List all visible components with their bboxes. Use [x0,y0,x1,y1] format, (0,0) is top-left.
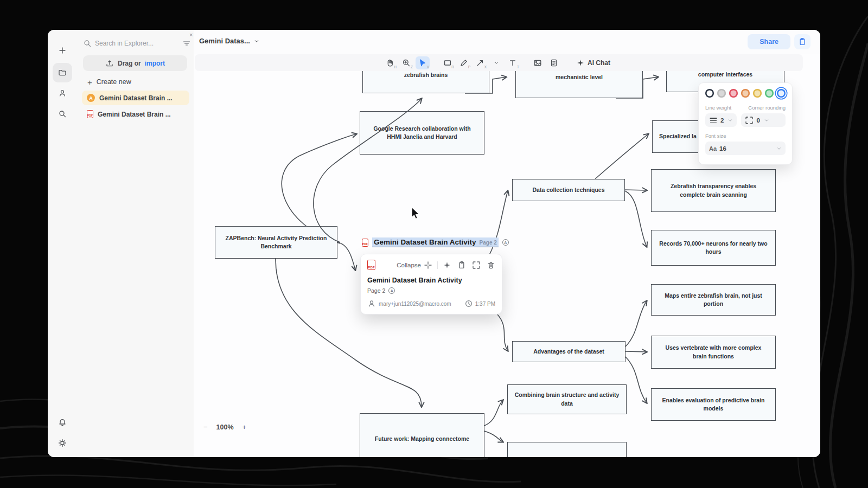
zoom-in-button[interactable]: + [242,423,247,431]
corner-rounding-value: 0 [756,117,760,124]
hand-icon [386,59,394,67]
tool-shortcut: P [468,65,470,69]
rail-account-button[interactable] [53,84,72,103]
tab-title: Gemini Datas... [199,37,250,45]
swatch-blue[interactable] [777,89,786,98]
import-link[interactable]: import [145,60,165,67]
tool-image[interactable] [531,56,545,69]
tool-shortcut: T [517,65,519,69]
document-icon [550,59,558,67]
tool-document[interactable] [547,56,561,69]
plus-icon [58,46,67,55]
text-icon [508,59,517,67]
tool-bar: HZVRPXTAI Chat [195,54,803,71]
tool-shape[interactable]: R [441,56,455,69]
sidebar-item-label: Gemini Dataset Brain ... [98,111,171,118]
image-icon [533,59,542,67]
font-size-label: Font size [705,133,786,139]
search-input[interactable] [95,40,179,47]
color-swatches [705,89,786,98]
swatch-gray[interactable] [717,89,726,98]
chevron-down-icon [764,118,769,123]
share-label: Share [760,38,778,46]
person-icon [367,299,376,308]
sparkle-icon [576,59,585,67]
zoom-level[interactable]: 100% [216,423,234,431]
chevron-down-icon [254,38,259,44]
icon-rail [48,30,78,457]
rail-settings-button[interactable] [53,433,72,453]
swatch-yellow[interactable] [753,89,762,98]
divider [437,261,438,269]
share-button[interactable]: Share [748,34,790,49]
upload-icon [105,59,114,68]
close-icon[interactable]: × [189,31,193,38]
swatch-red[interactable] [729,89,738,98]
explorer-sidebar: Drag or import + Create new AGemini Data… [78,30,194,457]
cursor-icon [418,59,427,67]
drag-or-import-button[interactable]: Drag or import [83,55,187,71]
tool-connector-options[interactable] [489,56,503,69]
expand-button[interactable] [472,261,481,269]
delete-button[interactable] [487,261,495,269]
mouse-cursor [410,206,423,223]
tool-pen[interactable]: P [457,56,471,69]
tool-connector[interactable]: X [473,56,487,69]
collapse-label: Collapse [397,262,421,268]
create-new-label: Create new [97,78,131,86]
zoom-out-button[interactable]: − [203,423,208,431]
corner-rounding-icon [745,116,754,125]
ai-chat-label: AI Chat [588,59,610,67]
copy-button[interactable] [457,261,466,269]
clock-icon [464,299,473,308]
board-tab[interactable]: Gemini Datas... [199,37,259,45]
tool-select[interactable]: V [416,56,430,69]
corner-rounding-select[interactable]: 0 [741,113,786,127]
pdf-icon: PDF [367,260,375,270]
tool-shortcut: H [394,65,397,69]
tool-shortcut: X [484,65,487,69]
tool-pan[interactable]: H [383,56,397,69]
tool-ai-chat[interactable]: AI Chat [572,56,615,69]
pdf-link-title: Gemini Dataset Brain Activity [374,238,476,246]
diagram-canvas[interactable]: zebrafish brainsmechanistic levelcompute… [194,54,820,457]
plus-icon: + [87,78,92,87]
sidebar-item-0[interactable]: AGemini Dataset Brain ... [82,91,189,105]
clipboard-icon [798,37,807,46]
sidebar-item-1[interactable]: PDFGemini Dataset Brain ... [82,107,189,121]
selected-text[interactable]: Gemini Dataset Brain Activity Page 2 [372,237,499,247]
timestamp: 1:37 PM [475,301,495,307]
tool-zoom[interactable]: Z [399,56,413,69]
a-badge-icon: A [87,94,95,102]
app-window: Drag or import + Create new AGemini Data… [48,30,820,457]
corner-rounding-label: Corner rounding [748,105,786,111]
font-size-select[interactable]: Aa 16 [705,142,786,155]
swatch-black[interactable] [705,89,714,98]
zoom-control: − 100% + [203,423,246,431]
create-new-button[interactable]: + Create new [87,76,131,87]
swatch-green[interactable] [765,89,774,98]
search-icon [58,110,67,118]
filter-icon[interactable] [182,39,191,48]
copy-link-button[interactable] [794,34,810,49]
owner-email: mary+jun112025@macro.com [379,301,451,307]
rail-search-button[interactable] [53,104,72,124]
rail-new-button[interactable] [53,41,72,60]
pdf-icon: PDF [87,110,93,118]
ai-action-button[interactable] [443,261,451,269]
tool-text[interactable]: T [506,56,520,69]
rectangle-icon [443,59,452,67]
rail-notifications-button[interactable] [53,413,72,432]
collapse-button[interactable]: Collapse [397,261,432,269]
pdf-link-node[interactable]: PDF Gemini Dataset Brain Activity Page 2… [362,237,509,247]
rail-files-button[interactable] [53,63,72,82]
style-panel: Line weight Corner rounding 2 0 Font siz… [698,82,793,165]
card-page: Page 2 [367,287,385,294]
line-weight-select[interactable]: 2 [705,113,737,127]
line-weight-value: 2 [720,117,724,124]
bell-icon [58,418,67,427]
pen-icon [459,59,468,67]
collapse-icon [424,261,432,269]
zoom-in-icon [402,59,411,67]
swatch-orange[interactable] [741,89,750,98]
